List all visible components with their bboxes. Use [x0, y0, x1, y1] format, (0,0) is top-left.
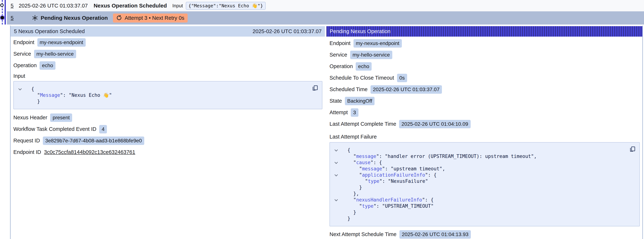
- json-text: ": "handler error (UPSTREAM_TIMEOUT): up…: [376, 154, 537, 159]
- field-value-chip: echo: [356, 62, 372, 71]
- json-key: type: [368, 178, 380, 184]
- json-text: ": {: [370, 160, 382, 165]
- json-text: ": "UPSTREAM_TIMEOUT": [374, 203, 434, 209]
- event-summary-row[interactable]: 5 2025-02-26 UTC 01:03:37.07 Nexus Opera…: [7, 0, 644, 11]
- retry-attempt-badge: Attempt 3 • Next Retry 0s: [113, 14, 188, 22]
- json-text: ": [353, 197, 356, 202]
- field-row: Servicemy-hello-service: [13, 48, 322, 60]
- pending-id-link[interactable]: 5: [10, 15, 14, 21]
- detail-right-border: [642, 26, 643, 239]
- pending-asterisk-icon: [32, 15, 38, 21]
- field-label: Nexus Header: [13, 114, 47, 120]
- copy-icon: [629, 146, 636, 152]
- field-row: Request ID3e829b7e-7d67-4b08-aad3-b1e868…: [13, 135, 322, 146]
- code-line: }: [330, 184, 626, 190]
- field-label: Last Attempt Complete Time: [330, 121, 396, 127]
- failure-block-label: Last Attempt Failure: [330, 132, 640, 142]
- json-text: }: [37, 99, 40, 104]
- field-label: Schedule To Close Timeout: [330, 75, 394, 81]
- json-key: message: [356, 154, 376, 159]
- json-key: Message: [40, 92, 60, 98]
- code-line: "Message": "Nexus Echo 👋": [14, 92, 309, 98]
- field-value-chip: 3e829b7e-7d67-4b08-aad3-b1e868bfe9e0: [43, 136, 144, 145]
- code-line: "type": "UPSTREAM_TIMEOUT": [330, 203, 626, 209]
- field-row: Nexus Headerpresent: [13, 112, 322, 123]
- code-line: {: [330, 147, 626, 153]
- field-value-chip: 4: [99, 125, 107, 134]
- event-title: Nexus Operation Scheduled: [94, 2, 167, 9]
- collapse-chevron-icon[interactable]: [334, 198, 338, 201]
- event-input-badge: {"Message":"Nexus Echo 👋"}: [186, 2, 266, 10]
- json-key: applicationFailureInfo: [362, 172, 425, 178]
- field-value-chip: 2025-02-26 UTC 01:03:37.07: [370, 85, 442, 94]
- field-row: Operationecho: [330, 60, 640, 72]
- code-line: "message": "upstream timeout",: [330, 166, 626, 172]
- field-value-chip: BackingOff: [345, 97, 374, 105]
- pending-operation-row[interactable]: 5 Pending Nexus Operation Attempt 3 • Ne…: [7, 11, 644, 24]
- json-text: ": "Nexus Echo 👋": [60, 92, 112, 98]
- code-line: }: [330, 209, 626, 216]
- event-detail-panel: 5 Nexus Operation Scheduled 2025-02-26 U…: [10, 26, 325, 158]
- code-line: "type": "NexusFailure": [330, 178, 626, 184]
- field-row: Workflow Task Completed Event ID4: [13, 123, 322, 135]
- event-history-expanded-view: 5 2025-02-26 UTC 01:03:37.07 Nexus Opera…: [0, 0, 644, 239]
- field-row: Servicemy-hello-service: [330, 49, 640, 60]
- code-line: "cause": {: [330, 160, 626, 166]
- field-row: Last Attempt Complete Time2025-02-26 UTC…: [330, 118, 640, 130]
- copy-button[interactable]: [311, 84, 319, 92]
- field-row: Attempt3: [330, 107, 640, 118]
- code-line: {: [14, 86, 309, 92]
- retry-icon: [116, 15, 122, 21]
- field-label: Endpoint: [330, 40, 350, 46]
- collapse-chevron-icon[interactable]: [334, 148, 338, 151]
- code-line: }: [14, 98, 309, 104]
- json-text: {: [348, 147, 350, 153]
- json-text: ": "NexusFailure": [379, 178, 428, 184]
- json-text: ": [353, 154, 356, 159]
- field-value-link[interactable]: 3c0c75ccfa8144b092c13ce632463761: [44, 149, 135, 155]
- json-text: ": [365, 178, 368, 184]
- field-row: Schedule To Close Timeout0s: [330, 72, 640, 84]
- json-key: nexusHandlerFailureInfo: [356, 197, 422, 202]
- json-text: ": {: [422, 197, 434, 202]
- field-row: Next Attempt Schedule Time2025-02-26 UTC…: [330, 228, 640, 239]
- field-value-chip: 3: [351, 108, 358, 117]
- collapse-chevron-icon[interactable]: [334, 160, 338, 164]
- json-key: type: [362, 203, 374, 209]
- json-key: message: [362, 166, 382, 172]
- field-label: Endpoint: [13, 39, 34, 46]
- json-text: {: [31, 86, 34, 92]
- field-row: StateBackingOff: [330, 95, 640, 107]
- field-value-chip: 2025-02-26 UTC 01:04:10.09: [399, 120, 470, 128]
- field-label: Service: [330, 52, 347, 58]
- field-label: Next Attempt Schedule Time: [330, 231, 396, 237]
- field-value-chip: my-hello-service: [350, 51, 392, 59]
- field-value-chip: my-nexus-endpoint: [354, 39, 402, 48]
- event-input-label: Input: [172, 3, 183, 8]
- event-id-link[interactable]: 5: [10, 3, 14, 9]
- event-detail-header-timestamp: 2025-02-26 UTC 01:03:37.07: [252, 28, 322, 34]
- event-timestamp: 2025-02-26 UTC 01:03:37.07: [19, 3, 88, 9]
- input-code-block: {"Message": "Nexus Echo 👋"}: [13, 81, 322, 109]
- field-label: Request ID: [13, 138, 40, 144]
- collapse-chevron-icon[interactable]: [18, 87, 22, 90]
- field-row: Scheduled Time2025-02-26 UTC 01:03:37.07: [330, 84, 640, 95]
- field-label: Operation: [13, 62, 36, 68]
- field-value-chip: my-hello-service: [34, 50, 76, 58]
- copy-button[interactable]: [628, 145, 636, 154]
- pending-filled-circle-icon: [0, 16, 4, 20]
- event-open-circle-icon: [0, 4, 4, 7]
- collapse-chevron-icon[interactable]: [334, 173, 338, 176]
- json-text: ": [359, 166, 362, 172]
- pending-operation-panel: Pending Nexus Operation Endpointmy-nexus…: [326, 26, 642, 239]
- json-text: },: [353, 191, 359, 196]
- json-text: }: [348, 216, 350, 221]
- selected-event-indicator-bar: [4, 0, 6, 24]
- json-text: }: [359, 185, 362, 190]
- pending-operation-header-title: Pending Nexus Operation: [330, 28, 390, 34]
- field-label: Scheduled Time: [330, 86, 368, 92]
- json-key: cause: [356, 160, 370, 165]
- field-value-chip: 0s: [397, 74, 407, 82]
- code-line: "applicationFailureInfo": {: [330, 172, 626, 178]
- field-value-chip: echo: [40, 61, 56, 70]
